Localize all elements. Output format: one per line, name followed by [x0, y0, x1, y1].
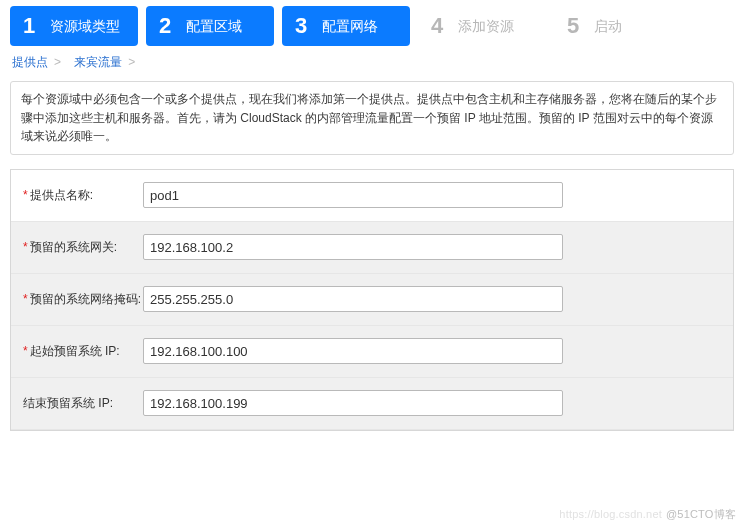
description-box: 每个资源域中必须包含一个或多个提供点，现在我们将添加第一个提供点。提供点中包含主…	[10, 81, 734, 155]
row-pod-name: *提供点名称:	[11, 170, 733, 222]
step-number: 5	[560, 13, 586, 39]
label-end-reserved-ip: 结束预留系统 IP:	[23, 396, 143, 411]
row-start-reserved-ip: *起始预留系统 IP:	[11, 326, 733, 378]
wizard-steps: 1 资源域类型 2 配置区域 3 配置网络 4 添加资源 5 启动	[0, 0, 744, 50]
input-reserved-netmask[interactable]	[143, 286, 563, 312]
step-label: 资源域类型	[50, 18, 120, 34]
step-2[interactable]: 2 配置区域	[146, 6, 274, 46]
breadcrumb-sep: >	[54, 55, 61, 69]
breadcrumb: 提供点> 来宾流量>	[0, 50, 744, 77]
label-reserved-gateway: *预留的系统网关:	[23, 240, 143, 255]
step-label: 添加资源	[458, 18, 514, 34]
step-number: 3	[288, 13, 314, 39]
input-reserved-gateway[interactable]	[143, 234, 563, 260]
row-end-reserved-ip: 结束预留系统 IP:	[11, 378, 733, 430]
breadcrumb-sep: >	[128, 55, 135, 69]
label-pod-name: *提供点名称:	[23, 188, 143, 203]
step-number: 1	[16, 13, 42, 39]
step-1[interactable]: 1 资源域类型	[10, 6, 138, 46]
step-label: 配置区域	[186, 18, 242, 34]
breadcrumb-item-guest-traffic[interactable]: 来宾流量	[74, 55, 122, 69]
step-3[interactable]: 3 配置网络	[282, 6, 410, 46]
label-start-reserved-ip: *起始预留系统 IP:	[23, 344, 143, 359]
step-number: 4	[424, 13, 450, 39]
step-label: 配置网络	[322, 18, 378, 34]
input-pod-name[interactable]	[143, 182, 563, 208]
step-number: 2	[152, 13, 178, 39]
step-4[interactable]: 4 添加资源	[418, 6, 546, 46]
breadcrumb-item-pod[interactable]: 提供点	[12, 55, 48, 69]
row-reserved-gateway: *预留的系统网关:	[11, 222, 733, 274]
step-5[interactable]: 5 启动	[554, 6, 682, 46]
row-reserved-netmask: *预留的系统网络掩码:	[11, 274, 733, 326]
input-start-reserved-ip[interactable]	[143, 338, 563, 364]
step-label: 启动	[594, 18, 622, 34]
label-reserved-netmask: *预留的系统网络掩码:	[23, 292, 143, 307]
pod-form: *提供点名称: *预留的系统网关: *预留的系统网络掩码: *起始预留系统 IP…	[10, 169, 734, 431]
input-end-reserved-ip[interactable]	[143, 390, 563, 416]
